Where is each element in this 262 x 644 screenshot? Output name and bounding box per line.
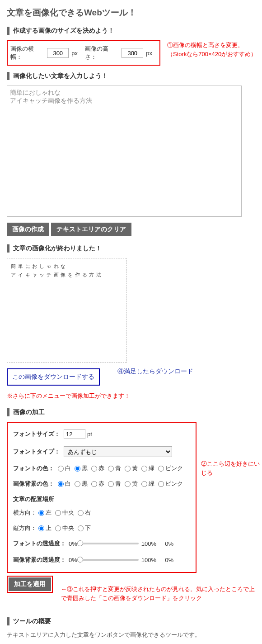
font-size-input[interactable] <box>64 429 85 439</box>
v-align-option[interactable]: 上 <box>38 524 51 532</box>
font-color-option[interactable]: 黒 <box>75 464 88 472</box>
annotation-4: ④満足したらダウンロード <box>117 367 193 376</box>
radio-input[interactable] <box>141 466 147 472</box>
radio-label: 中央 <box>62 524 74 532</box>
section-input-heading: 画像化したい文章を入力しよう！ <box>7 72 255 80</box>
pt-unit: pt <box>87 431 92 438</box>
height-label: 画像の高さ： <box>85 45 119 61</box>
radio-label: 白 <box>65 480 71 488</box>
h-align-option[interactable]: 中央 <box>55 509 74 517</box>
radio-label: 黒 <box>82 480 88 488</box>
radio-input[interactable] <box>91 466 97 472</box>
font-opacity-current: 0% <box>165 540 173 547</box>
bg-opacity-current: 0% <box>165 557 173 563</box>
slider-thumb-icon[interactable] <box>77 540 83 546</box>
radio-label: 青 <box>115 480 121 488</box>
radio-input[interactable] <box>55 525 61 531</box>
radio-label: 青 <box>115 464 121 472</box>
radio-input[interactable] <box>158 466 164 472</box>
radio-input[interactable] <box>38 525 44 531</box>
h-align-option[interactable]: 右 <box>78 509 91 517</box>
annotation-2: ②ここら辺を好きにいじる <box>201 459 260 477</box>
preview-line1: 簡 単 に お し ゃ れ な <box>11 262 122 271</box>
v-align-option[interactable]: 中央 <box>55 524 74 532</box>
bg-opacity-100: 100% <box>141 557 156 563</box>
width-unit: px <box>71 50 78 57</box>
v-align-option[interactable]: 下 <box>78 524 91 532</box>
clear-textarea-button[interactable]: テキストエリアのクリア <box>51 223 131 236</box>
section-done-heading: 文章の画像化が終わりました！ <box>7 244 255 253</box>
font-color-option[interactable]: 黄 <box>125 464 138 472</box>
radio-input[interactable] <box>58 466 64 472</box>
radio-input[interactable] <box>108 466 114 472</box>
bg-color-option[interactable]: 黄 <box>125 480 138 488</box>
radio-input[interactable] <box>125 481 131 487</box>
annotation-1: ①画像の横幅と高さを変更。（Storkなら700×420がおすすめ） <box>167 41 257 58</box>
annotation-3: ←③これを押すと変更が反映されたものが見れる。気に入ったところで上で青囲みした「… <box>61 585 255 602</box>
radio-label: 黄 <box>132 464 138 472</box>
vertical-label: 縦方向： <box>13 524 37 532</box>
radio-input[interactable] <box>108 481 114 487</box>
radio-input[interactable] <box>91 481 97 487</box>
radio-input[interactable] <box>38 510 44 516</box>
bg-opacity-label: 画像背景の透過度： <box>13 556 66 564</box>
text-input[interactable] <box>7 86 242 217</box>
size-input-row: 画像の横幅： px 画像の高さ： px <box>7 40 160 66</box>
radio-label: ピンク <box>165 480 183 488</box>
font-color-option[interactable]: 赤 <box>91 464 104 472</box>
font-color-option[interactable]: 白 <box>58 464 71 472</box>
font-type-label: フォントタイプ： <box>13 448 60 456</box>
width-input[interactable] <box>47 48 69 58</box>
apply-button[interactable]: 加工を適用 <box>9 577 51 591</box>
font-opacity-label: フォントの透過度： <box>13 539 66 548</box>
width-label: 画像の横幅： <box>10 45 44 61</box>
font-type-select[interactable]: あんずもじ <box>64 446 172 457</box>
bg-color-option[interactable]: 青 <box>108 480 121 488</box>
font-opacity-slider[interactable] <box>80 543 139 544</box>
font-color-option[interactable]: ピンク <box>158 464 183 472</box>
radio-input[interactable] <box>158 481 164 487</box>
radio-input[interactable] <box>141 481 147 487</box>
tool-description: テキストエリアに入力した文章をワンボタンで画像化できるツールです。 <box>7 631 255 639</box>
radio-label: 上 <box>46 524 51 532</box>
bg-opacity-slider[interactable] <box>80 559 139 561</box>
radio-label: 赤 <box>98 480 104 488</box>
processing-panel: フォントサイズ： pt フォントタイプ： あんずもじ フォントの色： 白黒赤青黄… <box>7 422 196 573</box>
bg-color-option[interactable]: ピンク <box>158 480 183 488</box>
radio-input[interactable] <box>75 466 80 472</box>
radio-input[interactable] <box>78 525 84 531</box>
radio-input[interactable] <box>78 510 84 516</box>
radio-input[interactable] <box>125 466 131 472</box>
radio-label: 右 <box>85 509 91 517</box>
image-preview: 簡 単 に お し ゃ れ な ア イ キ ャ ッ チ 画 像 を 作 る 方 … <box>7 258 126 363</box>
radio-input[interactable] <box>75 481 80 487</box>
height-unit: px <box>146 50 152 57</box>
slider-thumb-icon[interactable] <box>77 557 83 563</box>
radio-label: 下 <box>85 524 91 532</box>
section-processing-heading: 画像の加工 <box>7 408 255 416</box>
bg-color-option[interactable]: 黒 <box>75 480 88 488</box>
radio-label: 黄 <box>132 480 138 488</box>
radio-input[interactable] <box>58 481 64 487</box>
arrow-left-icon: ← <box>61 586 67 592</box>
radio-label: 赤 <box>98 464 104 472</box>
bg-color-option[interactable]: 緑 <box>141 480 154 488</box>
radio-label: 左 <box>46 509 51 517</box>
font-opacity-0: 0% <box>69 540 77 547</box>
preview-line2: ア イ キ ャ ッ チ 画 像 を 作 る 方 法 <box>11 271 122 279</box>
height-input[interactable] <box>122 48 143 58</box>
radio-label: 中央 <box>62 509 74 517</box>
font-color-option[interactable]: 青 <box>108 464 121 472</box>
create-image-button[interactable]: 画像の作成 <box>7 223 49 236</box>
download-link[interactable]: この画像をダウンロードする <box>7 368 100 386</box>
radio-input[interactable] <box>55 510 61 516</box>
font-color-label: フォントの色： <box>13 464 54 472</box>
radio-label: ピンク <box>165 464 183 472</box>
h-align-option[interactable]: 左 <box>38 509 51 517</box>
bg-color-option[interactable]: 白 <box>58 480 71 488</box>
font-color-option[interactable]: 緑 <box>141 464 154 472</box>
section-overview-heading: ツールの概要 <box>7 617 255 625</box>
bg-color-label: 画像背景の色： <box>13 480 54 488</box>
bg-color-option[interactable]: 赤 <box>91 480 104 488</box>
radio-label: 白 <box>65 464 71 472</box>
